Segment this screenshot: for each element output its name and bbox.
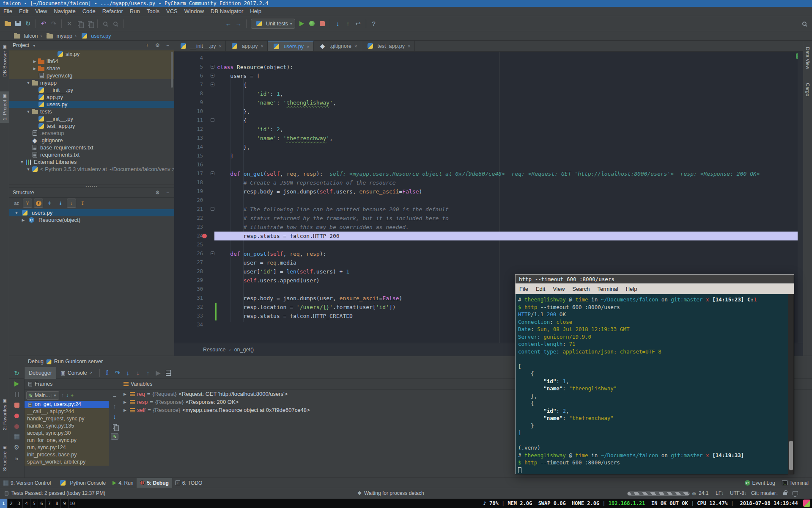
tree-collapsed-icon[interactable]: ▶ [20, 218, 26, 222]
save-all-icon[interactable] [13, 19, 23, 29]
structure-panel-header-icons[interactable]: ⚙ − [155, 188, 172, 198]
step-into-my-code-icon[interactable]: ↓ [133, 368, 143, 378]
menu-item-refactor[interactable]: Refactor [99, 7, 126, 16]
step-into-icon[interactable]: ↓ [123, 368, 133, 378]
tree-item-users-py[interactable]: users.py [9, 101, 174, 108]
fold-icon[interactable]: − [211, 65, 214, 69]
sidebar-tab-1-project[interactable]: ▣1: Project [0, 91, 9, 123]
debug-tab-console[interactable]: ▣Console↗ [56, 367, 97, 379]
tab-close-icon[interactable]: × [219, 44, 221, 49]
collapse-all-icon[interactable]: ↡ [56, 199, 65, 208]
sidebar-tab-2-favorites[interactable]: ▣2: Favorites [0, 396, 9, 432]
tree-expanded-icon[interactable]: ▼ [25, 81, 31, 85]
python-file-icon[interactable] [365, 41, 375, 51]
tree-item-lib64[interactable]: ▶lib64 [9, 58, 174, 65]
file-icon[interactable] [31, 130, 38, 137]
cancel-task-icon[interactable]: ⊗ [692, 491, 696, 497]
frame-row[interactable]: handle_request, sync.py [25, 415, 109, 422]
run-config-combo[interactable]: Unit tests▾ [251, 19, 295, 29]
tab-close-icon[interactable]: × [354, 44, 357, 49]
menu-item-view[interactable]: View [32, 7, 50, 16]
folder-icon[interactable] [45, 31, 55, 41]
show-fields-icon[interactable]: f [34, 199, 43, 208]
workspace-8[interactable]: 8 [53, 499, 61, 508]
tab-close-icon[interactable]: × [408, 44, 410, 49]
tree-item-six-py[interactable]: six.py [9, 50, 174, 58]
workspace-4[interactable]: 4 [23, 499, 30, 508]
copy-icon[interactable] [74, 19, 85, 29]
mute-breakpoints-icon[interactable] [13, 422, 21, 430]
tree-item-myapp[interactable]: ▼myapp [9, 79, 174, 86]
terminal-window[interactable]: http --timeout 600 :8000/users FileEditV… [515, 274, 794, 474]
up-stack-icon[interactable]: ↑ [111, 403, 118, 409]
fold-icon[interactable]: − [211, 118, 214, 122]
cut-icon[interactable]: ✕ [64, 19, 74, 29]
undo-icon[interactable]: ↶ [38, 19, 49, 29]
tree-item-pyvenv-cfg[interactable]: pyvenv.cfg [9, 72, 174, 79]
tree-item-tests[interactable]: ▼tests [9, 108, 174, 115]
terminal-menu-file[interactable]: File [516, 286, 532, 292]
git-file-icon[interactable]: ◆ [318, 41, 328, 51]
step-out-icon[interactable]: ↑ [143, 368, 153, 378]
file-encoding[interactable]: UTF-8↕ [730, 490, 746, 496]
tree-expanded-icon[interactable]: ▼ [25, 167, 31, 171]
folder-icon[interactable] [12, 31, 22, 41]
python-file-icon[interactable] [38, 94, 44, 101]
python-file-icon[interactable] [38, 87, 44, 94]
file-icon[interactable] [31, 152, 38, 158]
editor-tab-app-py[interactable]: app.py× [226, 41, 268, 51]
resume-icon[interactable] [13, 380, 21, 388]
project-panel-header[interactable]: Project ▾ + ⚙ − [9, 41, 174, 50]
project-scrollbar[interactable] [171, 52, 173, 88]
tree-item-share[interactable]: ▶share [9, 65, 174, 72]
editor-scrollbar[interactable] [798, 52, 803, 343]
terminal-menu-search[interactable]: Search [568, 286, 593, 292]
caret-position[interactable]: 24:1 [699, 490, 708, 496]
frame-row[interactable]: run, sync.py:124 [25, 444, 109, 451]
file-icon[interactable] [38, 72, 44, 79]
show-execution-point-icon[interactable]: ⇩ [102, 368, 112, 378]
git-branch[interactable]: Git: master↕ [751, 490, 778, 496]
menu-item-window[interactable]: Window [181, 7, 207, 16]
editor-tab-test_app-py[interactable]: test_app.py× [361, 41, 414, 51]
workspace-7[interactable]: 7 [46, 499, 53, 508]
tool-button-terminal[interactable]: >_Terminal [779, 478, 812, 488]
tool-button-4-run[interactable]: 4: Run [109, 478, 137, 488]
tree-item-base-requirements-txt[interactable]: base-requirements.txt [9, 144, 174, 151]
folder-lib-icon[interactable] [38, 65, 44, 72]
tree-item-__init__-py[interactable]: __init__.py [9, 86, 174, 94]
tree-collapsed-icon[interactable]: ▶ [32, 66, 38, 71]
menu-item-vcs[interactable]: VCS [163, 7, 181, 16]
editor-tab-__init__-py[interactable]: __init__.py× [174, 41, 226, 51]
rerun-icon[interactable]: ↻ [13, 370, 21, 377]
autoscroll-from-source-icon[interactable]: ↧ [78, 199, 87, 208]
terminal-menu-help[interactable]: Help [622, 286, 641, 292]
breadcrumb-item-userspy[interactable]: users.py [79, 31, 111, 41]
fold-icon[interactable]: − [211, 251, 214, 255]
menu-item-dbnavigator[interactable]: DB Navigator [207, 7, 247, 16]
panel-splitter[interactable]: •••••• [9, 185, 174, 188]
test-status[interactable]: Tests Passed: 2 passed (today 12:37 PM) [4, 490, 105, 496]
variable-row-resp[interactable]: ▶resp = {Response} <Response: 200 OK> [121, 398, 523, 406]
python-file-icon[interactable] [230, 41, 240, 51]
frame-down-icon[interactable]: ↓ [66, 392, 69, 398]
frame-file-icon[interactable] [27, 402, 32, 407]
restore-layout-icon[interactable] [13, 433, 21, 441]
copy-stack-icon[interactable] [111, 423, 118, 430]
tool-button-5-debug[interactable]: 5: Debug [137, 478, 172, 488]
menu-item-run[interactable]: Run [126, 7, 143, 16]
commit-icon[interactable]: ↑ [343, 19, 353, 29]
thread-combo[interactable]: Main... ▼ [26, 391, 59, 400]
python-file-icon[interactable] [38, 101, 44, 108]
paste-icon[interactable] [85, 19, 95, 29]
terminal-menu-edit[interactable]: Edit [532, 286, 549, 292]
tree-collapsed-icon[interactable]: ▶ [32, 59, 38, 64]
menu-item-code[interactable]: Code [79, 7, 99, 16]
project-panel-header-icons[interactable]: + ⚙ − [146, 41, 172, 50]
terminal-scrollbar[interactable] [788, 294, 794, 475]
workspace-6[interactable]: 6 [38, 499, 46, 508]
tool-button-event-log[interactable]: 9+Event Log [741, 478, 779, 488]
title-bar[interactable]: falcon - [~/Documents/falcon] - .../myap… [0, 0, 812, 7]
evaluate-expression-icon[interactable] [163, 368, 173, 378]
breadcrumb-item-myapp[interactable]: myapp [45, 31, 73, 41]
